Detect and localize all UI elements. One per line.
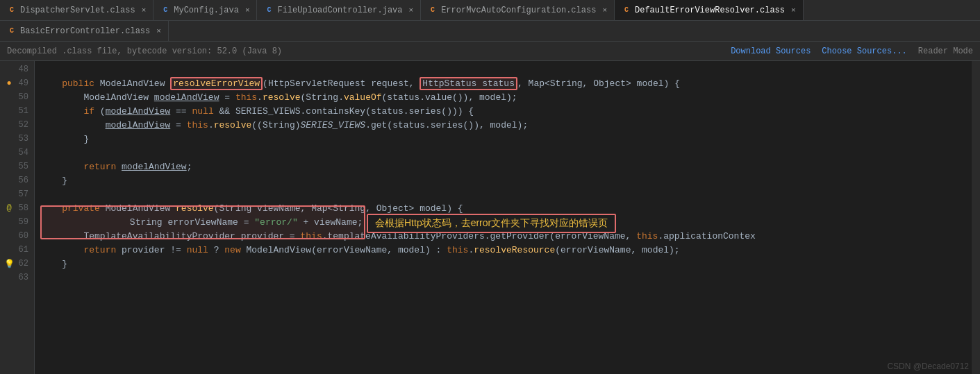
download-sources-link[interactable]: Download Sources — [731, 46, 811, 56]
code-method-50: resolve — [263, 92, 301, 103]
gutter-line-61: 61 — [0, 243, 34, 257]
tab-label-basicerror: BasicErrorController.class — [20, 26, 150, 36]
code-method-61: resolveResource — [474, 245, 555, 255]
code-text-49a: request, — [365, 78, 420, 89]
code-text-61c: ? — [208, 245, 224, 255]
tab-icon-basicerror: C — [7, 26, 17, 36]
code-area: 48 ● 49 50 51 52 53 54 — [0, 61, 980, 374]
gutter-line-62: 💡 62 — [0, 257, 34, 271]
code-type-49b: HttpServletRequest — [268, 78, 365, 89]
code-highlight-49a: resolveErrorView — [170, 77, 263, 90]
tab-close-errormvc[interactable]: × — [602, 6, 607, 15]
code-type-61: ModelAndView — [247, 245, 312, 255]
line-num-61: 61 — [15, 245, 28, 255]
code-text-50c: = — [219, 92, 235, 103]
code-line-52: modelAndView = this.resolve((String)SERI… — [40, 118, 972, 132]
tab-myconfig[interactable]: C MyConfig.java × — [153, 0, 257, 20]
tab-close-myconfig[interactable]: × — [245, 6, 250, 15]
code-highlight-49b: HttpStatus status — [420, 77, 517, 90]
info-actions: Download Sources Choose Sources... Reade… — [731, 46, 973, 56]
line-num-63: 63 — [15, 273, 28, 282]
gutter-icon-62: 💡 — [3, 259, 15, 269]
tab-dispatcherservlet[interactable]: C DispatcherServlet.class × — [0, 0, 153, 20]
gutter-line-56: 56 — [0, 173, 34, 187]
code-line-54 — [40, 146, 972, 160]
gutter-line-58: @ 58 — [0, 201, 34, 215]
tab-close-fileupload[interactable]: × — [409, 6, 414, 15]
code-method-49: resolveErrorView — [173, 78, 260, 89]
tab-icon-dispatcherservlet: C — [7, 6, 17, 15]
code-content: public ModelAndView resolveErrorView(Htt… — [35, 61, 972, 374]
code-kw-61c: new — [224, 245, 246, 255]
code-text-61e: . — [468, 245, 474, 255]
code-keyword-49a: public — [40, 78, 100, 89]
tab-basicerror[interactable]: C BasicErrorController.class × — [0, 21, 169, 41]
code-text-60d: .applicationContex — [658, 231, 755, 241]
code-text-58d: model) { — [414, 203, 463, 214]
gutter-line-57: 57 — [0, 187, 34, 201]
tab-errormvc[interactable]: C ErrorMvcAutoConfiguration.class × — [421, 0, 615, 20]
code-text-59b: + viewName; — [298, 217, 363, 228]
gutter-icon-58: @ — [3, 203, 15, 213]
code-paren-49a: ( — [263, 78, 268, 89]
code-text-51d: && SERIES_VIEWS.containsKey(status.serie… — [214, 106, 474, 117]
code-kw-61b: null — [187, 245, 208, 255]
reader-mode-label[interactable]: Reader Mode — [918, 46, 973, 56]
line-num-52: 52 — [15, 120, 28, 130]
tab-label-defaulterror: DefaultErrorViewResolver.class — [635, 6, 785, 15]
choose-sources-link[interactable]: Choose Sources... — [822, 46, 906, 56]
watermark: CSDN @Decade0712 — [887, 362, 969, 371]
gutter-line-60: 60 — [0, 229, 34, 243]
gutter-line-55: 55 — [0, 160, 34, 173]
code-text-61b: provider != — [122, 245, 187, 255]
line-num-48: 48 — [15, 65, 28, 74]
code-method-50b: valueOf — [344, 92, 382, 103]
code-line-63 — [40, 271, 972, 284]
tab-icon-myconfig: C — [160, 6, 170, 15]
code-string-59: "error/" — [254, 217, 297, 228]
code-line-48 — [40, 62, 972, 76]
code-var-51: modelAndView — [106, 106, 171, 117]
tab-close-dispatcherservlet[interactable]: × — [142, 6, 147, 15]
code-kw-55: return — [83, 162, 122, 172]
code-text-51a — [40, 106, 83, 117]
tab-bar-row2: C BasicErrorController.class × — [0, 21, 980, 42]
tab-close-defaulterror[interactable]: × — [791, 6, 796, 15]
code-kw-52: this — [187, 120, 208, 130]
code-text-61a — [40, 245, 83, 255]
line-num-54: 54 — [15, 148, 28, 158]
tab-icon-defaulterror: C — [622, 6, 631, 15]
code-text-52e: .get(status.series()), model); — [365, 120, 528, 130]
code-text-53: } — [40, 134, 89, 144]
tab-bar-row1: C DispatcherServlet.class × C MyConfig.j… — [0, 0, 980, 21]
line-num-59: 59 — [15, 217, 28, 227]
code-text-61d: (errorViewName, model) : — [311, 245, 447, 255]
gutter-line-63: 63 — [0, 271, 34, 284]
code-text-52c: . — [208, 120, 214, 130]
code-kw-51: if — [83, 106, 99, 117]
tab-fileupload[interactable]: C FileUploadController.java × — [257, 0, 421, 20]
tab-label-errormvc: ErrorMvcAutoConfiguration.class — [441, 6, 596, 15]
code-text-52b: = — [170, 120, 186, 130]
code-line-59: String errorViewName = "error/" + viewNa… — [40, 215, 972, 229]
code-type-59: String — [130, 217, 168, 228]
code-kw-50: this — [235, 92, 257, 103]
code-var-50: modelAndView — [154, 92, 219, 103]
gutter-line-48: 48 — [0, 62, 34, 76]
tab-close-basicerror[interactable]: × — [156, 27, 161, 35]
code-text-56: } — [40, 176, 67, 186]
code-line-50: ModelAndView modelAndView = this.resolve… — [40, 90, 972, 104]
code-italic-52: SERIES_VIEWS — [301, 120, 366, 130]
code-text-55b: ; — [187, 162, 192, 172]
tab-icon-errormvc: C — [428, 6, 438, 15]
code-line-56: } — [40, 173, 972, 187]
code-line-49: public ModelAndView resolveErrorView(Htt… — [40, 76, 972, 90]
code-type-50a: ModelAndView — [83, 92, 149, 103]
code-text-62: } — [40, 259, 67, 269]
scrollbar-track[interactable] — [972, 61, 980, 374]
line-num-50: 50 — [15, 92, 28, 102]
code-kw-51b: null — [192, 106, 213, 117]
line-num-49: 49 — [15, 78, 28, 88]
gutter-line-54: 54 — [0, 146, 34, 160]
tab-defaulterror[interactable]: C DefaultErrorViewResolver.class × — [615, 0, 804, 20]
